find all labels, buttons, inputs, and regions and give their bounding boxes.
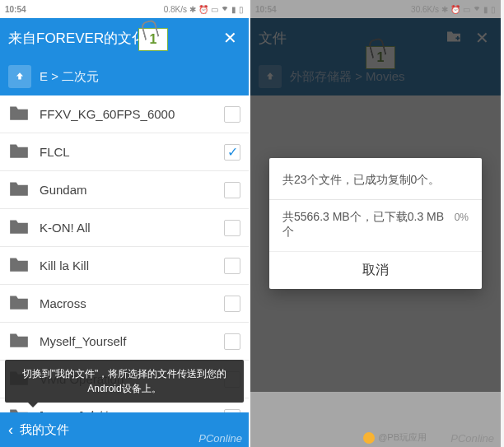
folder-icon: [8, 104, 30, 125]
side-by-side-screenshots: 10:54 0.8K/s ✱ ⏰ ▭ ▮ ▯ 来自FOREVER的文化 ✕ 1: [0, 0, 504, 447]
bottom-bar[interactable]: ‹ 我的文件: [0, 412, 249, 447]
up-arrow-icon: [14, 71, 26, 82]
file-name: FFXV_KG_60FPS_6000: [40, 107, 214, 121]
progress-percent: 0%: [455, 212, 469, 223]
file-name: Gundam: [40, 183, 214, 197]
battery-icon: ▯: [491, 5, 496, 14]
header-title: 来自FOREVER的文化: [8, 29, 220, 48]
screen-left: 10:54 0.8K/s ✱ ⏰ ▭ ▮ ▯ 来自FOREVER的文化 ✕ 1: [0, 0, 250, 447]
divider: [269, 199, 482, 200]
alarm-icon: ⏰: [450, 5, 460, 14]
status-net: 30.6K/s: [411, 5, 439, 14]
folder-icon: [8, 142, 30, 163]
table-row[interactable]: FFXV_KG_60FPS_6000: [0, 95, 249, 133]
sim-icon: ▭: [463, 5, 470, 14]
checkbox[interactable]: [224, 106, 240, 123]
checkbox[interactable]: [224, 220, 240, 236]
table-row[interactable]: Myself_Yourself: [0, 323, 249, 361]
checkbox[interactable]: [224, 333, 240, 350]
cancel-button[interactable]: 取消: [269, 251, 482, 289]
file-name: Macross: [40, 296, 214, 310]
bluetooth-icon: ✱: [189, 5, 196, 14]
table-row[interactable]: Kill la Kill: [0, 247, 249, 285]
breadcrumb[interactable]: E > 二次元: [0, 58, 249, 95]
wifi-icon: [221, 4, 229, 14]
chevron-left-icon: ‹: [8, 421, 13, 439]
status-bar: 10:54 0.8K/s ✱ ⏰ ▭ ▮ ▯: [0, 0, 249, 18]
folder-icon: [8, 179, 30, 201]
weibo-credit: @PB玩应用: [363, 431, 427, 444]
app-header: 来自FOREVER的文化 ✕: [0, 18, 249, 58]
sim-icon: ▭: [211, 5, 218, 14]
status-time: 10:54: [255, 5, 277, 14]
screen-right: 10:54 30.6K/s ✱ ⏰ ▭ ▮ ▯ 文件 ✕: [250, 0, 501, 447]
status-bar: 10:54 30.6K/s ✱ ⏰ ▭ ▮ ▯: [250, 0, 501, 18]
folder-icon: [8, 331, 30, 352]
table-row[interactable]: Gundam: [0, 171, 249, 209]
status-net: 0.8K/s: [164, 5, 187, 14]
dialog-line1: 共23个文件，已成功复制0个。: [282, 173, 469, 188]
file-name: FLCL: [40, 145, 214, 159]
dialog-line2: 共5566.3 MB个，已下载0.3 MB个 0%: [282, 210, 469, 240]
up-button[interactable]: [8, 65, 31, 88]
bluetooth-icon: ✱: [441, 5, 448, 14]
status-icons: 30.6K/s ✱ ⏰ ▭ ▮ ▯: [411, 4, 496, 14]
alarm-icon: ⏰: [198, 5, 208, 14]
folder-icon: [8, 293, 30, 314]
breadcrumb-path: E > 二次元: [40, 69, 99, 85]
file-name: K-ON! All: [40, 221, 214, 235]
bottom-label: 我的文件: [20, 422, 69, 438]
checkbox[interactable]: [224, 258, 240, 274]
signal-icon: ▮: [231, 5, 236, 14]
checkbox[interactable]: [224, 182, 240, 198]
status-time: 10:54: [5, 5, 26, 14]
battery-icon: ▯: [239, 5, 244, 14]
file-name: Myself_Yourself: [40, 334, 214, 348]
checkbox[interactable]: [224, 296, 240, 312]
weibo-icon: [363, 432, 375, 444]
table-row[interactable]: K-ON! All: [0, 209, 249, 247]
checkbox[interactable]: ✓: [224, 144, 240, 161]
annotation-badge: 1: [138, 28, 168, 51]
folder-icon: [8, 217, 30, 239]
table-row[interactable]: Macross: [0, 285, 249, 323]
hint-tooltip: 切换到"我的文件"，将所选择的文件传送到您的Android设备上。: [5, 360, 244, 403]
status-icons: 0.8K/s ✱ ⏰ ▭ ▮ ▯: [164, 4, 244, 14]
close-icon[interactable]: ✕: [220, 25, 240, 51]
copy-progress-dialog: 共23个文件，已成功复制0个。 共5566.3 MB个，已下载0.3 MB个 0…: [269, 158, 482, 289]
folder-icon: [8, 255, 30, 277]
table-row[interactable]: FLCL✓: [0, 133, 249, 171]
signal-icon: ▮: [483, 5, 488, 14]
wifi-icon: [473, 4, 481, 14]
file-name: Kill la Kill: [40, 258, 214, 272]
modal-overlay: 共23个文件，已成功复制0个。 共5566.3 MB个，已下载0.3 MB个 0…: [250, 0, 501, 447]
